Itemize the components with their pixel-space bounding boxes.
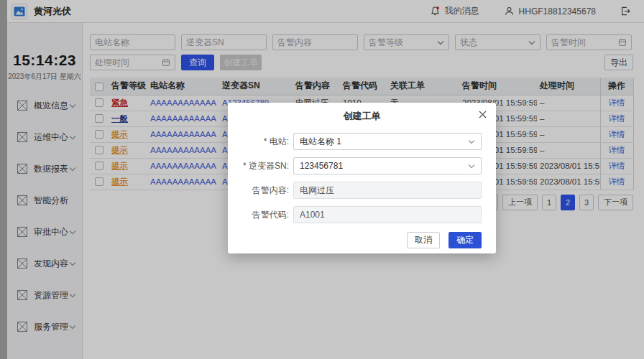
modal-field-label: 告警代码: [235,209,289,221]
app-window: 黄河光伏 我的消息 HHGF18812345678 15:14 [0,0,644,359]
modal-header: 创建工单 [228,103,496,126]
modal-field-row: 告警内容:电网过压 [235,182,482,199]
modal-field-label: 告警内容: [235,185,289,197]
inverter-sn-select[interactable]: 123456781 [293,157,482,174]
modal-field-value: A1001 [300,210,325,220]
cancel-button[interactable]: 取消 [407,232,440,248]
modal-field-row: * 电站:电站名称 1 [235,133,482,150]
chevron-down-icon [468,164,475,169]
modal-footer: 取消 确定 [228,232,496,248]
modal-body: * 电站:电站名称 1* 逆变器SN:123456781告警内容:电网过压告警代… [228,126,496,223]
confirm-button[interactable]: 确定 [448,232,482,248]
modal-field-row: 告警代码:A1001 [235,206,482,223]
alarm-code-field: A1001 [293,206,482,223]
modal-field-row: * 逆变器SN:123456781 [235,157,482,174]
alarm-content-field: 电网过压 [293,182,482,199]
modal-field-label: * 电站: [235,136,289,148]
modal-field-value: 电站名称 1 [300,136,341,148]
create-order-modal: 创建工单 * 电站:电站名称 1* 逆变器SN:123456781告警内容:电网… [228,103,496,253]
modal-field-value: 123456781 [300,161,343,171]
station-select[interactable]: 电站名称 1 [293,133,482,150]
modal-title: 创建工单 [344,106,381,123]
close-icon[interactable] [479,111,487,118]
chevron-down-icon [468,139,475,144]
modal-field-label: * 逆变器SN: [235,160,289,172]
modal-field-value: 电网过压 [300,185,334,197]
